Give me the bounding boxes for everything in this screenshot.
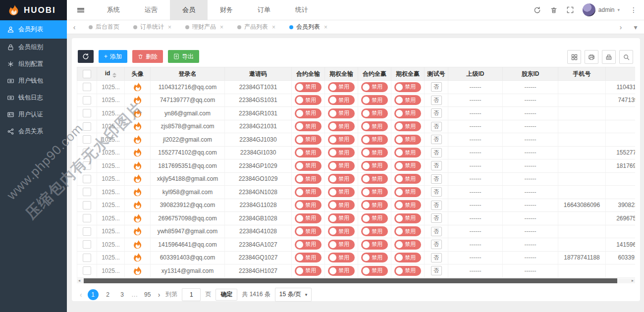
toggle-disabled[interactable]: 禁用 [394,187,421,197]
toggle-disabled[interactable]: 禁用 [394,135,421,145]
nav-item-stats[interactable]: 统计 [283,0,321,20]
page-2[interactable]: 2 [103,291,113,298]
toggle-disabled[interactable]: 禁用 [295,266,322,276]
horizontal-scrollbar[interactable]: ◂ ▸ [77,278,635,283]
toggle-disabled[interactable]: 禁用 [328,187,355,197]
toggle-disabled[interactable]: 禁用 [295,187,322,197]
tab-close-icon[interactable]: × [324,24,327,31]
toggle-disabled[interactable]: 禁用 [361,226,388,236]
toggle-disabled[interactable]: 禁用 [394,108,421,118]
refresh-icon[interactable] [534,6,541,14]
sidebar-item-user-wallet[interactable]: 用户钱包 [0,72,67,89]
column-header[interactable]: 股东ID [503,67,558,81]
trash-icon[interactable] [550,6,558,14]
toggle-disabled[interactable]: 禁用 [394,121,421,131]
toggle-disabled[interactable]: 禁用 [295,240,322,250]
row-checkbox[interactable] [83,240,91,249]
page-3[interactable]: 3 [117,291,127,298]
toggle-disabled[interactable]: 禁用 [328,95,355,105]
toggle-disabled[interactable]: 禁用 [328,82,355,92]
toggle-disabled[interactable]: 禁用 [361,174,388,184]
row-checkbox[interactable] [83,227,91,236]
toggle-disabled[interactable]: 禁用 [295,121,322,131]
page-1[interactable]: 1 [88,289,99,300]
tab-home[interactable]: 后台首页 [82,20,126,34]
tab-product-list[interactable]: 产品列表 × [230,20,282,34]
column-header[interactable]: 测试号 [425,67,448,81]
toggle-disabled[interactable]: 禁用 [394,213,421,223]
filter-columns-button[interactable] [567,50,581,64]
row-checkbox[interactable] [83,188,91,196]
toggle-disabled[interactable]: 禁用 [295,82,322,92]
tabs-menu-icon[interactable]: ▾ [628,20,643,34]
row-checkbox[interactable] [83,149,91,157]
toggle-disabled[interactable]: 禁用 [394,200,421,210]
row-checkbox[interactable] [83,214,91,222]
row-checkbox[interactable] [83,135,91,144]
toggle-disabled[interactable]: 禁用 [295,200,322,210]
row-checkbox[interactable] [83,175,91,183]
toggle-disabled[interactable]: 禁用 [295,174,322,184]
toggle-disabled[interactable]: 禁用 [394,82,421,92]
row-checkbox[interactable] [83,254,91,262]
scroll-right-arrow-icon[interactable]: ▸ [632,279,634,283]
toggle-disabled[interactable]: 禁用 [361,121,388,131]
nav-item-member[interactable]: 会员 [170,0,208,20]
toggle-disabled[interactable]: 禁用 [328,148,355,157]
delete-button[interactable]: 删除 [132,50,163,63]
column-header[interactable]: 期权全赢 [391,67,425,81]
toggle-disabled[interactable]: 禁用 [394,226,421,236]
toggle-disabled[interactable]: 禁用 [361,266,388,276]
toggle-disabled[interactable]: 禁用 [295,135,322,145]
toggle-disabled[interactable]: 禁用 [328,213,355,223]
toggle-disabled[interactable]: 禁用 [361,240,388,250]
tabs-scroll-left-icon[interactable]: ‹ [67,20,82,34]
toggle-disabled[interactable]: 禁用 [361,161,388,171]
confirm-page-button[interactable]: 确定 [215,289,237,301]
toggle-disabled[interactable]: 禁用 [394,253,421,262]
column-header[interactable]: 手机号 [558,67,606,81]
add-button[interactable]: + 添加 [99,50,127,63]
sidebar-item-user-verify[interactable]: 用户认证 [0,106,67,123]
toggle-disabled[interactable]: 禁用 [328,200,355,210]
column-header[interactable]: 合约全输 [292,67,325,81]
tab-order-stats[interactable]: 订单统计 × [126,20,178,34]
sidebar-item-member-group[interactable]: 会员组别 [0,39,67,55]
brand[interactable]: HUOBI [0,0,67,20]
tab-close-icon[interactable]: × [168,24,171,31]
toggle-disabled[interactable]: 禁用 [328,266,355,276]
scroll-left-arrow-icon[interactable]: ◂ [78,279,80,283]
toggle-disabled[interactable]: 禁用 [328,135,355,145]
toggle-disabled[interactable]: 禁用 [394,95,421,105]
prev-page-icon[interactable]: ‹ [79,291,83,299]
toggle-disabled[interactable]: 禁用 [394,240,421,250]
row-checkbox[interactable] [83,83,91,91]
column-header[interactable]: id [97,67,125,81]
nav-item-operation[interactable]: 运营 [132,0,170,20]
toggle-disabled[interactable]: 禁用 [361,95,388,105]
sidebar-item-member-relation[interactable]: 会员关系 [0,123,67,140]
toggle-disabled[interactable]: 禁用 [328,226,355,236]
tab-member-list[interactable]: 会员列表 × [282,20,334,34]
toggle-disabled[interactable]: 禁用 [361,187,388,197]
search-button[interactable] [619,50,633,64]
toggle-disabled[interactable]: 禁用 [361,253,388,262]
sidebar-item-wallet-log[interactable]: 钱包日志 [0,89,67,106]
export-data-button[interactable] [602,50,616,64]
row-checkbox[interactable] [83,201,91,209]
toggle-disabled[interactable]: 禁用 [295,95,322,105]
toggle-disabled[interactable]: 禁用 [361,200,388,210]
row-checkbox[interactable] [83,122,91,131]
column-header[interactable]: 上级ID [448,67,503,81]
toggle-disabled[interactable]: 禁用 [361,213,388,223]
row-checkbox[interactable] [83,109,91,117]
toggle-disabled[interactable]: 禁用 [328,121,355,131]
toggle-disabled[interactable]: 禁用 [361,82,388,92]
column-header[interactable]: 合约全赢 [358,67,391,81]
toggle-disabled[interactable]: 禁用 [295,213,322,223]
user-menu[interactable]: admin ▾ [583,3,620,16]
toggle-disabled[interactable]: 禁用 [295,226,322,236]
refresh-button[interactable] [78,50,94,63]
row-checkbox[interactable] [83,96,91,104]
toggle-disabled[interactable]: 禁用 [295,253,322,262]
